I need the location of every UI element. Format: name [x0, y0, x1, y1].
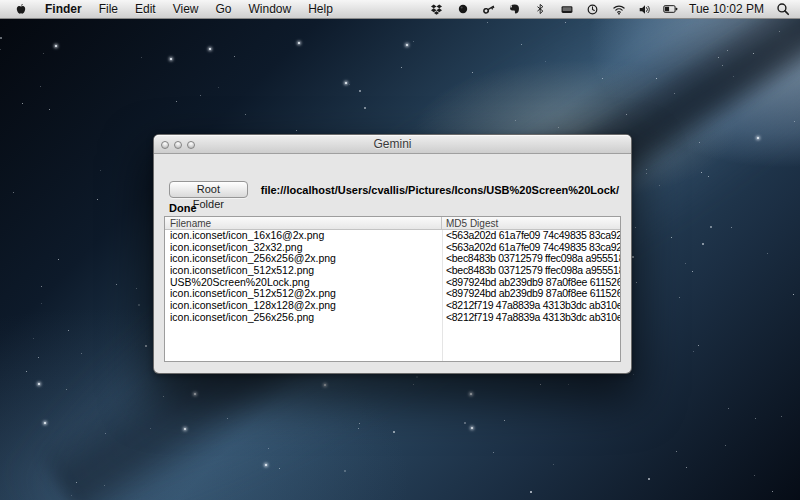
root-folder-button[interactable]: Root Folder [169, 181, 248, 198]
dropbox-icon[interactable] [429, 0, 444, 19]
window-title: Gemini [154, 135, 631, 154]
spotlight-icon[interactable] [775, 0, 790, 19]
clock-sync-icon[interactable] [585, 0, 600, 19]
battery-icon[interactable] [663, 0, 678, 19]
menu-item-edit[interactable]: Edit [135, 0, 156, 19]
menu-bar-status-area: Tue 10:02 PM [429, 0, 800, 18]
cell-md5: <897924bd ab239db9 87a0f8ee 611526c5> [442, 277, 620, 289]
table-row[interactable]: icon.iconset/icon_32x32.png <563a202d 61… [165, 242, 620, 254]
window-content: Root Folder file://localhost/Users/cvall… [154, 155, 631, 373]
volume-icon[interactable] [637, 0, 652, 19]
app-dot-icon[interactable] [455, 0, 470, 19]
wifi-icon[interactable] [611, 0, 626, 19]
table-row[interactable]: icon.iconset/icon_256x256@2x.png <bec848… [165, 253, 620, 265]
bluetooth-icon[interactable] [533, 0, 548, 19]
cell-filename: icon.iconset/icon_32x32.png [165, 242, 442, 254]
table-row[interactable]: icon.iconset/icon_512x512@2x.png <897924… [165, 288, 620, 300]
cell-filename: USB%20Screen%20Lock.png [165, 277, 442, 289]
status-label: Done [169, 202, 197, 214]
cell-filename: icon.iconset/icon_128x128@2x.png [165, 300, 442, 312]
cell-md5: <563a202d 61a7fe09 74c49835 83ca92e1> [442, 242, 620, 254]
evernote-icon[interactable] [507, 0, 522, 19]
table-row[interactable]: icon.iconset/icon_256x256.png <8212f719 … [165, 312, 620, 324]
column-header-md5[interactable]: MD5 Digest [442, 217, 620, 229]
menu-item-go[interactable]: Go [216, 0, 232, 19]
display-icon[interactable] [559, 0, 574, 19]
apple-menu[interactable] [13, 0, 28, 19]
cell-md5: <8212f719 47a8839a 4313b3dc ab310e39> [442, 312, 620, 324]
cell-md5: <563a202d 61a7fe09 74c49835 83ca92e1> [442, 230, 620, 242]
cell-filename: icon.iconset/icon_256x256@2x.png [165, 253, 442, 265]
toolbar-row: Root Folder file://localhost/Users/cvall… [169, 181, 619, 198]
cell-filename: icon.iconset/icon_256x256.png [165, 312, 442, 324]
cell-md5: <8212f719 47a8839a 4313b3dc ab310e39> [442, 300, 620, 312]
apple-logo-icon [15, 2, 27, 16]
menu-item-file[interactable]: File [99, 0, 118, 19]
table-row[interactable]: icon.iconset/icon_512x512.png <bec8483b … [165, 265, 620, 277]
cell-md5: <bec8483b 03712579 ffec098a a9555180> [442, 265, 620, 277]
table-header: Filename MD5 Digest [165, 217, 620, 230]
cell-filename: icon.iconset/icon_512x512@2x.png [165, 288, 442, 300]
cell-md5: <bec8483b 03712579 ffec098a a9555180> [442, 253, 620, 265]
key-icon[interactable] [481, 0, 496, 19]
file-table: Filename MD5 Digest icon.iconset/icon_16… [164, 216, 621, 362]
table-row[interactable]: icon.iconset/icon_16x16@2x.png <563a202d… [165, 230, 620, 242]
gemini-window: Gemini Root Folder file://localhost/User… [153, 134, 632, 374]
menu-bar: Finder File Edit View Go Window Help [0, 0, 800, 19]
table-row[interactable]: icon.iconset/icon_128x128@2x.png <8212f7… [165, 300, 620, 312]
menu-item-finder[interactable]: Finder [45, 0, 82, 19]
cell-md5: <897924bd ab239db9 87a0f8ee 611526c5> [442, 288, 620, 300]
table-body: icon.iconset/icon_16x16@2x.png <563a202d… [165, 230, 620, 324]
menu-bar-left: Finder File Edit View Go Window Help [0, 0, 333, 18]
menu-bar-clock[interactable]: Tue 10:02 PM [689, 0, 764, 19]
menu-item-help[interactable]: Help [308, 0, 333, 19]
menu-item-view[interactable]: View [173, 0, 199, 19]
cell-filename: icon.iconset/icon_512x512.png [165, 265, 442, 277]
column-header-filename[interactable]: Filename [165, 217, 442, 229]
cell-filename: icon.iconset/icon_16x16@2x.png [165, 230, 442, 242]
menu-item-window[interactable]: Window [249, 0, 292, 19]
root-folder-path: file://localhost/Users/cvallis/Pictures/… [261, 184, 619, 196]
table-row[interactable]: USB%20Screen%20Lock.png <897924bd ab239d… [165, 277, 620, 289]
window-titlebar[interactable]: Gemini [154, 135, 631, 154]
